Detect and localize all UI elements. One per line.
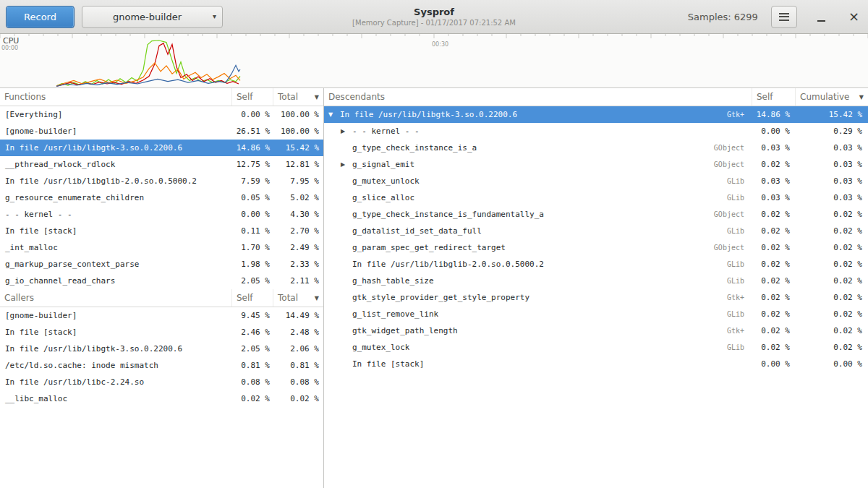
- table-row[interactable]: g_mutex_unlockGLib0.03 %0.03 %: [324, 173, 868, 189]
- self-value-cell: 2.05 %: [232, 344, 273, 354]
- table-row[interactable]: In file /usr/lib/libglib-2.0.so.0.5000.2…: [324, 256, 868, 273]
- expander-icon[interactable]: ▼: [328, 111, 340, 118]
- table-row[interactable]: g_type_check_instance_is_fundamentally_a…: [324, 206, 868, 223]
- table-row[interactable]: ▶g_signal_emitGObject0.02 %0.03 %: [324, 156, 868, 173]
- function-name-cell: In file [stack]: [324, 359, 752, 369]
- function-name-cell: In file /usr/lib/libglib-2.0.so.0.5000.2: [0, 176, 232, 186]
- cumulative-value-cell: 0.03 %: [796, 193, 868, 202]
- table-row[interactable]: [gnome-builder]26.51 %100.00 %: [0, 123, 323, 140]
- cumulative-value-cell: 0.03 %: [796, 143, 868, 153]
- table-row[interactable]: In file [stack]0.11 %2.70 %: [0, 223, 323, 239]
- cpu-timeline[interactable]: CPU 00:00 00:30: [0, 34, 868, 88]
- function-name-cell: g_hash_table_sizeGLib: [324, 276, 752, 286]
- column-header-self[interactable]: Self: [752, 88, 796, 106]
- total-value-cell: 2.48 %: [273, 328, 323, 337]
- table-row[interactable]: /etc/ld.so.cache: inode mismatch0.81 %0.…: [0, 357, 323, 374]
- left-pane: Functions Self Total ▼ [Everything]0.00 …: [0, 88, 324, 488]
- function-name-cell: g_mutex_unlockGLib: [324, 176, 752, 186]
- function-name-cell: /etc/ld.so.cache: inode mismatch: [0, 361, 232, 370]
- self-value-cell: 12.75 %: [232, 160, 273, 169]
- function-name-cell: g_datalist_id_set_data_fullGLib: [324, 226, 752, 236]
- table-row[interactable]: [Everything]0.00 %100.00 %: [0, 106, 323, 123]
- column-header-callers[interactable]: Callers: [0, 289, 232, 307]
- table-row[interactable]: gtk_style_provider_get_style_propertyGtk…: [324, 289, 868, 306]
- table-row[interactable]: g_markup_parse_context_parse1.98 %2.33 %: [0, 256, 323, 273]
- cumulative-value-cell: 0.02 %: [796, 326, 868, 335]
- function-name-cell: g_resource_enumerate_children: [0, 193, 232, 202]
- cumulative-value-cell: 15.42 %: [796, 110, 868, 119]
- function-name: gtk_style_provider_get_style_property: [352, 293, 529, 302]
- function-name-cell: In file /usr/lib/libgtk-3.so.0.2200.6: [0, 344, 232, 354]
- header-right-cluster: Samples: 6299 ×: [688, 6, 859, 28]
- table-row[interactable]: - - kernel - -0.00 %4.30 %: [0, 206, 323, 223]
- table-row[interactable]: g_resource_enumerate_children0.05 %5.02 …: [0, 189, 323, 206]
- library-badge: GObject: [707, 144, 749, 152]
- table-row[interactable]: In file /usr/lib/libc-2.24.so0.08 %0.08 …: [0, 374, 323, 390]
- record-button[interactable]: Record: [6, 6, 75, 28]
- function-name-cell: [Everything]: [0, 110, 232, 119]
- table-row[interactable]: _int_malloc1.70 %2.49 %: [0, 239, 323, 256]
- callers-table-header: Callers Self Total ▼: [0, 289, 323, 307]
- cumulative-value-cell: 0.02 %: [796, 260, 868, 269]
- column-header-total[interactable]: Total ▼: [273, 88, 323, 106]
- total-value-cell: 100.00 %: [273, 127, 323, 136]
- column-header-cumulative[interactable]: Cumulative ▼: [796, 88, 868, 106]
- table-row[interactable]: In file [stack]2.46 %2.48 %: [0, 324, 323, 341]
- self-value-cell: 0.02 %: [752, 160, 796, 169]
- self-value-cell: 26.51 %: [232, 127, 273, 136]
- column-header-self[interactable]: Self: [232, 88, 273, 106]
- table-row[interactable]: In file /usr/lib/libgtk-3.so.0.2200.62.0…: [0, 341, 323, 357]
- table-row[interactable]: g_mutex_lockGLib0.02 %0.02 %: [324, 339, 868, 356]
- menu-button[interactable]: [771, 6, 797, 28]
- table-row[interactable]: g_list_remove_linkGLib0.02 %0.02 %: [324, 306, 868, 322]
- window-close-icon[interactable]: ×: [848, 10, 859, 23]
- callgraph-panes: Functions Self Total ▼ [Everything]0.00 …: [0, 88, 868, 488]
- window-title-block: Sysprof [Memory Capture] - 01/17/2017 07…: [352, 7, 516, 27]
- table-row[interactable]: In file /usr/lib/libglib-2.0.so.0.5000.2…: [0, 173, 323, 189]
- table-row[interactable]: g_hash_table_sizeGLib0.02 %0.02 %: [324, 273, 868, 289]
- library-badge: GLib: [720, 227, 749, 235]
- self-value-cell: 0.02 %: [232, 394, 273, 403]
- self-value-cell: 0.03 %: [752, 193, 796, 202]
- self-value-cell: 0.00 %: [232, 110, 273, 119]
- function-name: g_param_spec_get_redirect_target: [352, 243, 506, 252]
- sort-indicator-icon: ▼: [859, 94, 864, 100]
- expander-icon[interactable]: ▶: [341, 128, 352, 134]
- table-row[interactable]: __libc_malloc0.02 %0.02 %: [0, 390, 323, 407]
- column-header-descendants[interactable]: Descendants: [324, 88, 752, 106]
- self-value-cell: 0.03 %: [752, 143, 796, 153]
- column-header-total[interactable]: Total ▼: [273, 289, 323, 307]
- table-row[interactable]: g_slice_allocGLib0.03 %0.03 %: [324, 189, 868, 206]
- self-value-cell: 0.02 %: [752, 260, 796, 269]
- column-header-self[interactable]: Self: [232, 289, 273, 307]
- table-row[interactable]: g_datalist_id_set_data_fullGLib0.02 %0.0…: [324, 223, 868, 239]
- table-row[interactable]: ▼In file /usr/lib/libgtk-3.so.0.2200.6Gt…: [324, 106, 868, 123]
- library-badge: GObject: [707, 244, 749, 252]
- hamburger-icon: [779, 13, 789, 21]
- function-name-cell: gtk_style_provider_get_style_propertyGtk…: [324, 293, 752, 302]
- cumulative-value-cell: 0.02 %: [796, 226, 868, 236]
- window-minimize-icon[interactable]: [817, 20, 825, 22]
- time-label-mid: 00:30: [432, 41, 448, 48]
- function-name: g_signal_emit: [352, 160, 414, 169]
- table-row[interactable]: gtk_widget_path_lengthGtk+0.02 %0.02 %: [324, 322, 868, 339]
- function-name-cell: [gnome-builder]: [0, 127, 232, 136]
- self-value-cell: 2.05 %: [232, 276, 273, 286]
- table-row[interactable]: ▶- - kernel - -0.00 %0.29 %: [324, 123, 868, 140]
- self-value-cell: 0.00 %: [752, 359, 796, 369]
- expander-icon[interactable]: ▶: [341, 161, 352, 168]
- column-header-functions[interactable]: Functions: [0, 88, 232, 106]
- table-row[interactable]: g_io_channel_read_chars2.05 %2.11 %: [0, 273, 323, 289]
- self-value-cell: 0.02 %: [752, 343, 796, 352]
- process-selector[interactable]: gnome-builder ▾: [82, 6, 223, 28]
- total-value-cell: 0.08 %: [273, 377, 323, 387]
- table-row[interactable]: In file /usr/lib/libgtk-3.so.0.2200.614.…: [0, 140, 323, 156]
- table-row[interactable]: In file [stack]0.00 %0.00 %: [324, 356, 868, 372]
- table-row[interactable]: [gnome-builder]9.45 %14.49 %: [0, 307, 323, 324]
- cumulative-value-cell: 0.02 %: [796, 210, 868, 219]
- function-name: g_type_check_instance_is_a: [352, 143, 477, 153]
- table-row[interactable]: g_param_spec_get_redirect_targetGObject0…: [324, 239, 868, 256]
- table-row[interactable]: g_type_check_instance_is_aGObject0.03 %0…: [324, 140, 868, 156]
- table-row[interactable]: __pthread_rwlock_rdlock12.75 %12.81 %: [0, 156, 323, 173]
- function-name-cell: g_mutex_lockGLib: [324, 343, 752, 352]
